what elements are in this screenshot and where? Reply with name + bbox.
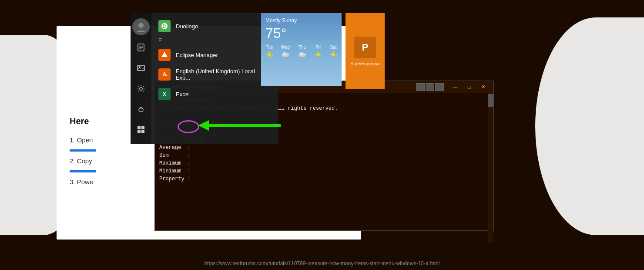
user-avatar-icon[interactable]: [132, 18, 150, 35]
screenpresso-icon: P: [354, 37, 376, 58]
menu-item-eclipse-label: Eclipse Manager: [176, 52, 218, 58]
window-control-buttons: — □ ✕: [448, 81, 490, 93]
menu-item-english-label: English (United Kingdom) Local Exp...: [176, 68, 271, 81]
windows-start-icon[interactable]: [132, 122, 150, 138]
svg-rect-8: [138, 65, 144, 71]
excel-icon: X: [158, 88, 171, 100]
english-icon: A+: [158, 68, 171, 81]
weather-day-fri-label: Fri: [315, 45, 321, 50]
weather-days-row: Tue Wed Thu: [265, 45, 337, 58]
svg-text:P: P: [362, 42, 369, 53]
menu-separator-e: E: [151, 36, 278, 45]
weather-day-wed-label: Wed: [281, 45, 290, 50]
svg-line-29: [267, 52, 268, 53]
weather-condition: Mostly Sunny: [265, 17, 337, 24]
weather-day-sat: Sat: [329, 45, 337, 58]
step-2-link[interactable]: [70, 170, 96, 172]
power-icon[interactable]: [132, 101, 150, 118]
menu-item-excel[interactable]: X Excel: [151, 84, 278, 104]
ps-maximum-line: Maximum :: [159, 159, 489, 167]
svg-point-37: [316, 53, 320, 56]
screenpresso-tile[interactable]: P Screenpresso: [345, 13, 385, 89]
ps-minimum-line: Minimum :: [159, 167, 489, 175]
svg-point-42: [332, 53, 335, 56]
svg-point-24: [268, 53, 271, 56]
svg-text:D: D: [163, 24, 166, 29]
svg-text:+: +: [166, 74, 168, 77]
settings-icon[interactable]: [132, 80, 150, 97]
image-icon[interactable]: [132, 60, 150, 77]
menu-item-english[interactable]: A+ English (United Kingdom) Local Exp...: [151, 64, 278, 84]
maximize-button[interactable]: □: [462, 81, 476, 93]
weather-sun-icon-fri: [314, 51, 322, 58]
svg-point-34: [282, 52, 287, 56]
svg-point-10: [140, 88, 142, 90]
weather-cloud-icon-wed: [281, 51, 290, 57]
close-button[interactable]: ✕: [476, 81, 490, 93]
svg-point-36: [299, 52, 304, 56]
menu-item-eclipse[interactable]: Eclipse Manager: [151, 45, 278, 64]
weather-day-fri: Fri: [314, 45, 322, 58]
scrollbar-thumb[interactable]: [488, 94, 493, 107]
svg-rect-16: [141, 130, 144, 133]
eclipse-icon: [158, 49, 171, 61]
svg-text:X: X: [163, 91, 166, 97]
titlebar-icon-1: [416, 83, 425, 91]
ps-average-line: Average :: [159, 144, 489, 152]
weather-day-tue-label: Tue: [266, 45, 273, 50]
file-icon[interactable]: [132, 39, 150, 56]
svg-rect-13: [138, 126, 141, 129]
ps-sum-line: Sum :: [159, 152, 489, 159]
weather-day-wed: Wed: [281, 45, 290, 58]
duolingo-icon: D: [158, 20, 171, 32]
weather-day-thu-label: Thu: [299, 45, 306, 50]
weather-tile[interactable]: Mostly Sunny 75° Tue Wed: [261, 13, 342, 86]
start-sidebar: [131, 13, 151, 144]
svg-line-31: [272, 52, 272, 53]
weather-day-sat-label: Sat: [330, 45, 336, 50]
powershell-scrollbar[interactable]: [488, 93, 493, 243]
titlebar-icon-3: [435, 83, 444, 91]
weather-day-thu: Thu: [298, 45, 307, 58]
minimize-button[interactable]: —: [448, 81, 462, 93]
svg-line-32: [267, 57, 268, 57]
ps-property-line: Property :: [159, 175, 489, 183]
weather-sun-icon-tue: [265, 51, 273, 58]
svg-marker-19: [161, 52, 168, 57]
screenpresso-label: Screenpresso: [350, 61, 380, 66]
svg-point-3: [138, 23, 144, 28]
svg-rect-14: [141, 126, 144, 129]
weather-sun-icon-sat: [329, 51, 337, 58]
step-1-link[interactable]: [70, 149, 96, 152]
titlebar-icon-2: [426, 83, 434, 91]
menu-item-duolingo[interactable]: D Duolingo: [151, 17, 278, 36]
svg-rect-15: [138, 130, 141, 133]
menu-item-duolingo-label: Duolingo: [176, 23, 198, 30]
url-bar: https://www.tenforums.com/tutorials/1107…: [205, 260, 440, 267]
menu-item-excel-label: Excel: [176, 91, 190, 98]
start-menu: D Duolingo E Eclipse Manager A+ English …: [151, 13, 278, 144]
weather-temperature: 75°: [265, 25, 337, 41]
deco-right-shape: [535, 17, 644, 235]
weather-day-tue: Tue: [265, 45, 273, 58]
svg-line-30: [272, 57, 272, 57]
weather-cloud-icon-thu: [298, 51, 307, 57]
titlebar-icons: [416, 83, 444, 91]
